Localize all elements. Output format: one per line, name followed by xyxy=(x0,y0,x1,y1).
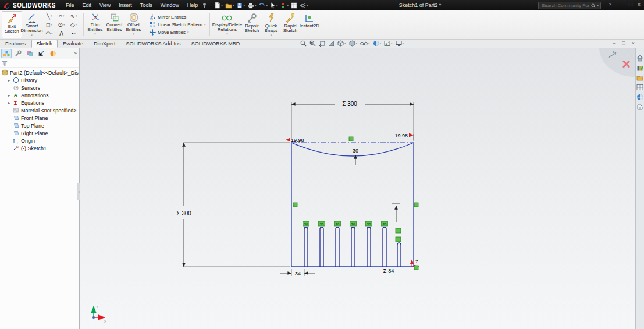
tree-item-part[interactable]: Part2 (Default<<Default>_Display State xyxy=(0,69,79,76)
dropdown-caret-icon[interactable]: ▾ xyxy=(76,23,77,26)
text-tool-button[interactable]: A xyxy=(55,29,67,38)
undo-button[interactable]: ▾ xyxy=(258,2,268,9)
dimension-width-value[interactable]: Σ 300 xyxy=(342,101,357,107)
tooth-tag-value[interactable]: 30 xyxy=(383,222,387,226)
dropdown-caret-icon[interactable]: ▾ xyxy=(51,15,52,17)
print-button[interactable]: ▾ xyxy=(247,2,257,9)
confirm-sketch-button[interactable] xyxy=(607,50,618,61)
edit-appearance-button[interactable]: ▾ xyxy=(373,40,382,47)
dropdown-caret-icon[interactable]: ▾ xyxy=(74,32,76,35)
point-tool-button[interactable]: •▾ xyxy=(67,29,80,38)
dropdown-caret-icon[interactable]: ▾ xyxy=(266,4,268,7)
menu-edit[interactable]: Edit xyxy=(78,2,95,9)
dropdown-caret-icon[interactable]: ▾ xyxy=(356,42,358,45)
dimension-tooth-offset[interactable]: 34 xyxy=(280,269,315,277)
dropdown-caret-icon[interactable]: ▾ xyxy=(133,33,134,36)
menu-help[interactable]: Help xyxy=(183,2,202,9)
move-entities-button[interactable]: Move Entities ▾ xyxy=(150,29,205,36)
tooth-tag-value[interactable]: 30 xyxy=(336,222,340,226)
rapid-sketch-button[interactable]: Rapid Sketch xyxy=(280,11,300,38)
tooth-tag-value[interactable]: 30 xyxy=(320,222,324,226)
zoom-to-area-button[interactable] xyxy=(309,40,316,47)
tree-item-annotations[interactable]: ▸ A Annotations xyxy=(0,91,79,99)
dropdown-caret-icon[interactable]: ▾ xyxy=(63,23,65,26)
apply-scene-button[interactable]: ▾ xyxy=(384,40,393,47)
hide-show-items-button[interactable]: ▾ xyxy=(360,41,370,46)
help-button[interactable]: ? xyxy=(609,2,611,8)
file-explorer-icon[interactable] xyxy=(636,75,643,81)
sketch-handles[interactable] xyxy=(293,137,418,270)
menu-window[interactable]: Window xyxy=(156,2,183,9)
dropdown-caret-icon[interactable]: ▾ xyxy=(76,15,77,17)
dropdown-caret-icon[interactable]: ▾ xyxy=(403,42,404,45)
dropdown-caret-icon[interactable]: ▾ xyxy=(344,42,346,45)
dimension-gap-right-value[interactable]: 7 xyxy=(415,259,418,264)
dropdown-caret-icon[interactable]: ▾ xyxy=(226,33,228,36)
design-library-icon[interactable] xyxy=(636,65,643,72)
mirror-entities-button[interactable]: Mirror Entities xyxy=(150,14,205,20)
community-search[interactable]: ▾ xyxy=(538,2,601,9)
tab-dimxpert[interactable]: DimXpert xyxy=(88,40,121,48)
dropdown-caret-icon[interactable]: ▾ xyxy=(368,42,370,45)
dimension-offset-left-value[interactable]: 19.98 xyxy=(291,137,304,143)
menu-tools[interactable]: Tools xyxy=(136,2,156,9)
convert-entities-button[interactable]: Convert Entities xyxy=(105,11,124,38)
rebuild-button[interactable]: ▾ xyxy=(280,2,289,9)
circle-tool-button[interactable]: ○▾ xyxy=(55,12,67,20)
view-palette-icon[interactable] xyxy=(636,84,643,91)
dimension-arc-sag-value[interactable]: 30 xyxy=(353,148,358,154)
dropdown-caret-icon[interactable]: ▾ xyxy=(51,32,53,35)
sketch-profile[interactable] xyxy=(291,143,414,267)
expand-arrow[interactable]: ▸ xyxy=(7,101,11,105)
tree-item-right-plane[interactable]: ▸ Right Plane xyxy=(0,129,79,137)
instant2d-button[interactable]: Instant2D xyxy=(300,11,319,38)
sketch-canvas[interactable]: Σ 300 Σ 300 30 19.98 xyxy=(80,48,635,329)
perimeter-circle-tool-button[interactable]: ⊙▾ xyxy=(55,20,67,29)
spline-tool-button[interactable]: ∿▾ xyxy=(67,12,80,20)
offset-entities-button[interactable]: Offset Entities ▾ xyxy=(124,11,143,38)
custom-properties-icon[interactable] xyxy=(636,104,643,111)
tree-item-equations[interactable]: ▸ Σ Equations xyxy=(0,99,79,107)
cancel-sketch-button[interactable] xyxy=(621,59,631,69)
dropdown-caret-icon[interactable]: ▾ xyxy=(271,34,272,37)
repair-sketch-button[interactable]: Repair Sketch xyxy=(242,11,261,38)
tooth-tag-value[interactable]: 30 xyxy=(351,222,355,226)
close-button[interactable]: × xyxy=(638,2,641,8)
line-tool-button[interactable]: ╲▾ xyxy=(43,12,55,20)
tooth-tag-value[interactable]: 30 xyxy=(304,222,308,226)
solidworks-resources-home-icon[interactable] xyxy=(636,55,643,62)
dropdown-caret-icon[interactable]: ▾ xyxy=(31,34,33,37)
display-delete-relations-button[interactable]: Display/Delete Relations ▾ xyxy=(212,11,242,38)
tree-filter-bar[interactable] xyxy=(0,59,79,68)
dimension-arc-sag[interactable]: 30 xyxy=(353,148,358,165)
tab-sketch[interactable]: Sketch xyxy=(31,40,58,48)
smart-dimension-button[interactable]: Smart Dimension ▾ xyxy=(22,11,41,38)
tree-item-origin[interactable]: ▸ Origin xyxy=(0,137,79,144)
arc-tool-button[interactable]: ◠▾ xyxy=(43,29,55,38)
dimension-span-right[interactable]: Σ-84 xyxy=(383,268,394,274)
panel-expand-chevron[interactable]: » xyxy=(74,51,78,56)
view-orientation-button[interactable]: ▾ xyxy=(337,40,346,47)
graphics-area[interactable]: Σ 300 Σ 300 30 19.98 xyxy=(80,48,635,329)
open-button[interactable]: ▾ xyxy=(225,2,234,9)
doc-minimize-button[interactable]: – xyxy=(613,40,615,46)
section-view-button[interactable] xyxy=(328,40,335,47)
dropdown-caret-icon[interactable]: ▾ xyxy=(221,4,223,7)
dropdown-caret-icon[interactable]: ▾ xyxy=(255,4,257,7)
exit-sketch-button[interactable]: Exit Sketch xyxy=(2,11,22,38)
dropdown-caret-icon[interactable]: ▾ xyxy=(233,4,234,7)
dropdown-caret-icon[interactable]: ▾ xyxy=(391,42,393,45)
trim-entities-button[interactable]: Trim Entities ▾ xyxy=(86,11,105,38)
tree-item-top-plane[interactable]: ▸ Top Plane xyxy=(0,122,79,129)
file-properties-button[interactable] xyxy=(291,2,297,9)
menu-insert[interactable]: Insert xyxy=(115,2,136,9)
display-style-button[interactable]: ▾ xyxy=(349,40,358,47)
dropdown-caret-icon[interactable]: ▾ xyxy=(51,23,52,26)
dimension-gap-right[interactable]: 7 xyxy=(415,259,418,264)
options-button[interactable]: ▾ xyxy=(300,2,308,9)
comb-teeth[interactable] xyxy=(304,227,401,267)
menu-file[interactable]: File xyxy=(62,2,79,9)
maximize-button[interactable]: □ xyxy=(629,2,632,8)
dropdown-caret-icon[interactable]: ▾ xyxy=(307,4,308,7)
dimension-height[interactable]: Σ 300 xyxy=(176,143,290,267)
